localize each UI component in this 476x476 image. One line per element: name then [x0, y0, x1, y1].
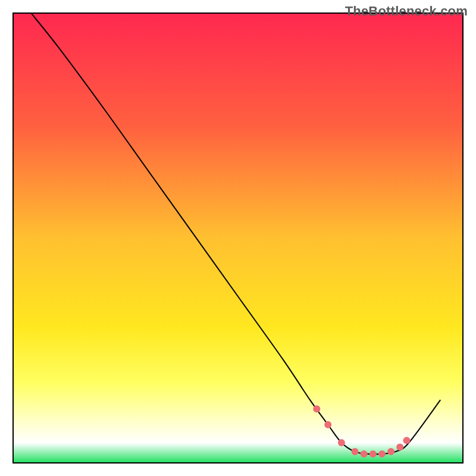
optimal-marker	[369, 450, 377, 458]
optimal-marker	[396, 444, 403, 451]
optimal-marker	[361, 450, 368, 458]
optimal-marker	[378, 450, 386, 458]
optimal-marker	[387, 448, 394, 455]
optimal-marker	[403, 437, 411, 444]
optimal-marker	[324, 421, 331, 428]
optimal-marker	[313, 405, 320, 412]
gradient-background	[13, 13, 463, 463]
bottleneck-chart: TheBottleneck.com	[0, 0, 476, 476]
optimal-marker	[352, 448, 359, 455]
chart-svg	[0, 0, 476, 476]
watermark-text: TheBottleneck.com	[345, 4, 468, 19]
optimal-marker	[338, 439, 345, 446]
